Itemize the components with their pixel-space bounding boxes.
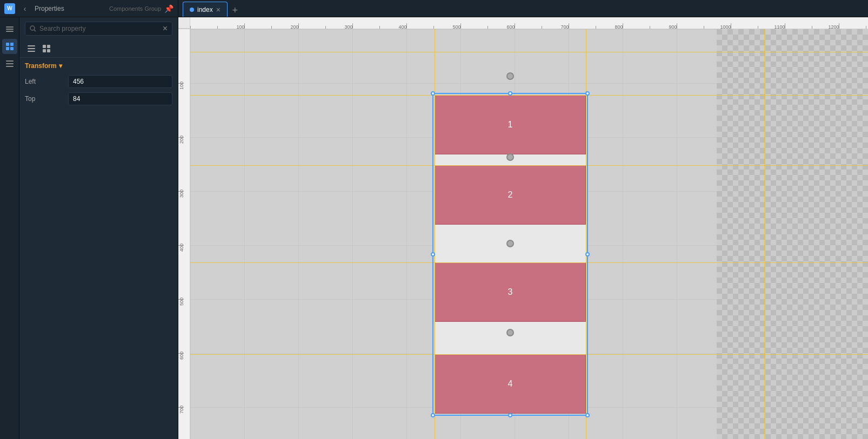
canvas-outer	[717, 29, 868, 439]
pin-icon[interactable]: 📌	[164, 4, 173, 13]
ruler-h-minor	[866, 26, 866, 29]
tab-index[interactable]: index ×	[183, 2, 228, 17]
ruler-h-minor	[542, 26, 542, 29]
ruler-h-minor	[650, 26, 650, 29]
tab-bar: index × +	[178, 0, 246, 17]
gap-circle-0[interactable]	[506, 153, 514, 161]
ruler-v-mark: 700	[178, 407, 184, 408]
ruler-h-mark: 800	[623, 23, 623, 29]
list-view-toggle[interactable]	[25, 42, 38, 55]
svg-rect-8	[6, 63, 14, 64]
left-prop-row: Left	[25, 75, 172, 88]
svg-rect-7	[6, 60, 14, 62]
svg-rect-3	[6, 43, 9, 46]
svg-line-11	[34, 30, 36, 31]
top-prop-row: Top	[25, 92, 172, 105]
ruler-h-mark: 500	[460, 23, 461, 29]
ruler-top: 100200300400500600700800900100011001200	[178, 17, 868, 29]
list-icon-btn[interactable]	[2, 56, 17, 71]
handle-tr[interactable]	[585, 91, 590, 96]
handle-bottom[interactable]	[508, 413, 512, 417]
handle-right[interactable]	[585, 252, 590, 256]
search-icon	[30, 25, 36, 32]
svg-rect-6	[10, 47, 14, 50]
svg-rect-4	[10, 43, 14, 46]
search-box: ×	[25, 22, 172, 36]
canvas-with-ruler: 100200300400500600700 1234	[178, 29, 868, 439]
guide-vertical	[586, 29, 586, 439]
gap-circle-1[interactable]	[506, 240, 514, 247]
transform-label: Transform	[25, 62, 57, 70]
top-circle[interactable]	[506, 72, 514, 80]
ruler-h-minor	[190, 26, 191, 29]
svg-rect-0	[6, 26, 14, 28]
canvas-viewport[interactable]: 1234	[190, 29, 868, 439]
component-block-2[interactable]: 2	[435, 165, 586, 225]
component-block-1[interactable]: 1	[435, 95, 586, 154]
ruler-h-mark: 1200	[839, 23, 839, 29]
ruler-h-marks: 100200300400500600700800900100011001200	[190, 17, 868, 29]
transform-header[interactable]: Transform ▾	[25, 62, 172, 70]
gap-region	[435, 322, 586, 354]
ruler-h-minor	[704, 26, 704, 29]
nav-back-button[interactable]: ‹	[18, 2, 31, 15]
handle-bl[interactable]	[431, 413, 435, 417]
svg-rect-12	[28, 45, 35, 46]
ruler-v-mark: 400	[178, 245, 184, 246]
ruler-h-minor	[271, 26, 272, 29]
ruler-h-mark: 1100	[785, 23, 785, 29]
ruler-h-minor	[596, 26, 596, 29]
tab-dot	[190, 8, 194, 12]
search-input[interactable]	[39, 25, 159, 32]
svg-rect-9	[6, 66, 14, 67]
left-input[interactable]	[68, 75, 172, 88]
grid-view-toggle[interactable]	[40, 42, 53, 55]
sidebar-icons	[0, 17, 19, 439]
svg-rect-14	[28, 51, 35, 52]
svg-rect-17	[43, 49, 46, 52]
ruler-h-mark: 300	[352, 23, 353, 29]
ruler-h-minor	[217, 26, 218, 29]
ruler-corner	[178, 17, 190, 29]
tab-index-label: index	[197, 6, 213, 13]
ruler-h-minor	[433, 26, 434, 29]
component-block-4[interactable]: 4	[435, 354, 586, 414]
transform-chevron: ▾	[59, 62, 62, 70]
ruler-left: 100200300400500600700	[178, 29, 190, 439]
main-layout: × Transform ▾ Left Top	[0, 17, 868, 439]
ruler-h-mark: 200	[298, 23, 299, 29]
gap-circle-2[interactable]	[506, 329, 514, 336]
ruler-v-mark: 300	[178, 191, 184, 192]
properties-panel: × Transform ▾ Left Top	[19, 17, 178, 439]
ruler-h-mark: 100	[244, 23, 245, 29]
ruler-h-minor	[758, 26, 758, 29]
top-bar: W ‹ Properties Components Group 📌 index …	[0, 0, 868, 17]
handle-br[interactable]	[585, 413, 590, 417]
components-group-label[interactable]: Components Group	[109, 5, 161, 12]
design-icon-btn[interactable]	[2, 39, 17, 54]
tab-close-icon[interactable]: ×	[216, 6, 221, 13]
left-label: Left	[25, 78, 68, 85]
top-input[interactable]	[68, 92, 172, 105]
svg-point-10	[30, 26, 35, 30]
svg-rect-2	[6, 31, 14, 32]
component-block-3[interactable]: 3	[435, 262, 586, 322]
ruler-h-mark: 900	[677, 23, 677, 29]
tab-add-button[interactable]: +	[229, 4, 242, 17]
ruler-h-mark: 400	[406, 23, 407, 29]
ruler-v-mark: 600	[178, 353, 184, 354]
top-label: Top	[25, 95, 68, 103]
transform-section: Transform ▾ Left Top	[19, 58, 178, 114]
search-clear-icon[interactable]: ×	[163, 24, 168, 33]
ruler-h-minor	[379, 26, 380, 29]
view-toggles	[19, 40, 178, 58]
ruler-h-mark: 700	[569, 23, 569, 29]
svg-rect-16	[47, 45, 50, 48]
svg-rect-13	[28, 48, 35, 49]
svg-rect-15	[43, 45, 46, 48]
ruler-v-mark: 100	[178, 83, 184, 84]
ruler-h-minor	[325, 26, 326, 29]
ruler-h-minor	[488, 26, 488, 29]
layers-icon-btn[interactable]	[2, 22, 17, 37]
ruler-v-mark: 200	[178, 137, 184, 138]
